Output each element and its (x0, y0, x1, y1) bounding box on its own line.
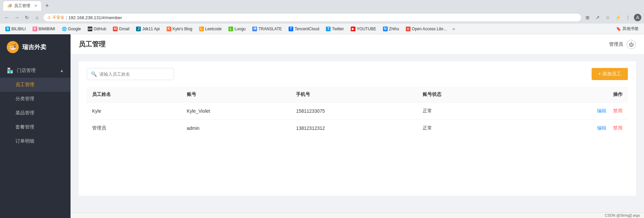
content-card: 🔍 + 添加员工 员工姓名 账号 手机号 账号状态 操作 (79, 61, 636, 196)
cell-name: Kyle (87, 103, 181, 120)
sidebar-section-store: 🏪 门店管理 ▲ 员工管理 分类管理 菜品管理 套餐管理 订单明细 (0, 60, 71, 152)
tencentcloud-icon: T (289, 27, 293, 31)
admin-label: 管理员 (609, 41, 623, 47)
bookmark-gmail-label: Gmail (119, 27, 129, 31)
edit-button-1[interactable]: 编辑 (597, 125, 606, 131)
address-bar[interactable]: ⚠ 不安全 | 192.168.238.131/#/member (43, 13, 582, 22)
sidebar-item-category[interactable]: 分类管理 (0, 92, 71, 106)
profile-icon[interactable]: A (634, 14, 641, 21)
search-input-wrap[interactable]: 🔍 (87, 68, 174, 80)
browser-chrome: 🍜 员工管理 ✕ + ← → ↻ ⌂ ⚠ 不安全 | 192.168.238.1… (0, 0, 644, 34)
browser-toolbar: ← → ↻ ⌂ ⚠ 不安全 | 192.168.238.131/#/member… (0, 11, 644, 24)
toolbar: 🔍 + 添加员工 (87, 68, 628, 80)
bookmark-translate[interactable]: 译 TRANSLATE (250, 26, 285, 32)
bookmark-zhihu[interactable]: 知 Zhihu (380, 26, 402, 32)
bookmarks-right-label[interactable]: 🔖 其他书签 (613, 25, 641, 32)
bilibili-icon: B (5, 27, 10, 31)
logout-button[interactable]: ⏻ (627, 40, 636, 49)
power-icon: ⏻ (629, 42, 634, 47)
bookmark-kyle-blog[interactable]: K Kyle's Blog (164, 26, 195, 32)
tab-close-icon[interactable]: ✕ (34, 4, 37, 8)
disable-button-0[interactable]: 禁用 (613, 108, 622, 113)
google-icon: 🌐 (62, 27, 67, 31)
bookmark-bilibili-label: BILIBILI (11, 27, 26, 31)
sidebar-item-employee[interactable]: 员工管理 (0, 78, 71, 92)
employee-table: 员工姓名 账号 手机号 账号状态 操作 Kyle Kyle_Violet 158… (87, 87, 628, 137)
cell-action: 编辑 禁用 (512, 120, 628, 137)
kyle-blog-icon: K (167, 27, 171, 31)
sidebar-section-header-store[interactable]: 🏪 门店管理 ▲ (0, 63, 71, 78)
cell-account: Kyle_Violet (181, 103, 291, 120)
menu-icon[interactable]: ⋮ (624, 13, 632, 22)
bookmark-tencentcloud[interactable]: T TencentCloud (286, 26, 322, 32)
address-text: 192.168.238.131/#/member (68, 15, 122, 20)
home-button[interactable]: ⌂ (33, 13, 41, 22)
bookmark-youtube-label: YOUTUBE (357, 27, 376, 31)
bookmark-google[interactable]: 🌐 Google (59, 26, 84, 32)
content-area: 🔍 + 添加员工 员工姓名 账号 手机号 账号状态 操作 (71, 54, 644, 218)
search-input[interactable] (99, 72, 167, 77)
table-row: Kyle Kyle_Violet 15811233075 正常 编辑 禁用 (87, 103, 628, 120)
zhihu-icon: 知 (383, 27, 388, 31)
new-tab-button[interactable]: + (42, 1, 52, 10)
translate-bookmark-icon: 译 (252, 27, 257, 31)
bookmark-github[interactable]: GH GitHub (85, 26, 109, 32)
back-button[interactable]: ← (3, 13, 11, 22)
logo-icon: 🍜 (7, 41, 19, 53)
refresh-button[interactable]: ↻ (23, 13, 31, 22)
status-bar: CSDN @String[] args (71, 212, 644, 218)
bookmark-jdk[interactable]: J Jdk11 Api (133, 26, 162, 32)
bookmark-kyle-blog-label: Kyle's Blog (173, 27, 192, 31)
cell-status: 正常 (417, 120, 512, 137)
bookmark-bimibimi[interactable]: B BIMIBIMI (30, 26, 58, 32)
cell-phone: 13812312312 (291, 120, 417, 137)
bookmark-github-label: GitHub (94, 27, 106, 31)
cell-action: 编辑 禁用 (512, 103, 628, 120)
bimibimi-icon: B (33, 27, 37, 31)
chevron-up-icon: ▲ (60, 68, 64, 73)
add-employee-button[interactable]: + 添加员工 (592, 68, 628, 80)
col-action: 操作 (512, 87, 628, 103)
youtube-icon: ▶ (351, 27, 355, 31)
bookmark-twitter-label: Twitter (332, 27, 344, 31)
share-icon[interactable]: ↗ (594, 13, 602, 22)
main-content: 员工管理 管理员 ⏻ 🔍 + 添加员工 (71, 34, 644, 218)
table-row: 管理员 admin 13812312312 正常 编辑 禁用 (87, 120, 628, 137)
sidebar-combo-label: 套餐管理 (15, 124, 34, 130)
status-text: CSDN @String[] args (605, 213, 640, 217)
cell-name: 管理员 (87, 120, 181, 137)
col-account: 账号 (181, 87, 291, 103)
bookmark-icon[interactable]: ☆ (604, 13, 612, 22)
disable-button-1[interactable]: 禁用 (613, 125, 622, 131)
edit-button-0[interactable]: 编辑 (597, 108, 606, 113)
security-label: 不安全 (52, 15, 65, 21)
gmail-icon: M (113, 27, 118, 31)
top-header: 员工管理 管理员 ⏻ (71, 34, 644, 54)
active-tab[interactable]: 🍜 员工管理 ✕ (3, 1, 42, 11)
store-icon: 🏪 (7, 67, 13, 74)
bookmark-translate-label: TRANSLATE (258, 27, 282, 31)
extensions-icon[interactable]: ⚡ (614, 13, 622, 22)
bookmark-youtube[interactable]: ▶ YOUTUBE (348, 26, 379, 32)
forward-button[interactable]: → (13, 13, 21, 22)
bookmark-bilibili[interactable]: B BILIBILI (3, 26, 29, 32)
bookmark-gmail[interactable]: M Gmail (110, 26, 132, 32)
bookmark-luogu[interactable]: L Luogu (226, 26, 248, 32)
sidebar-item-orders[interactable]: 订单明细 (0, 134, 71, 148)
bookmarks-more-button[interactable]: » (450, 26, 457, 32)
sidebar-employee-label: 员工管理 (15, 82, 34, 87)
bookmark-openaccess[interactable]: O Open Access Libr... (403, 26, 449, 32)
bookmark-tencentcloud-label: TencentCloud (295, 27, 319, 31)
sidebar-item-dish[interactable]: 菜品管理 (0, 106, 71, 120)
tab-title: 员工管理 (14, 3, 30, 9)
bookmark-twitter[interactable]: T Twitter (323, 26, 346, 32)
bookmarks-bar: B BILIBILI B BIMIBIMI 🌐 Google GH GitHub… (0, 24, 644, 34)
bookmark-bimibimi-label: BIMIBIMI (39, 27, 55, 31)
twitter-icon: T (326, 27, 331, 31)
bookmark-leetcode[interactable]: L Leetcode (197, 26, 224, 32)
luogu-icon: L (228, 27, 233, 31)
logo-emoji: 🍜 (9, 43, 16, 51)
translate-icon[interactable]: ⊞ (584, 13, 592, 22)
sidebar-item-combo[interactable]: 套餐管理 (0, 120, 71, 134)
sidebar-dish-label: 菜品管理 (15, 110, 34, 115)
